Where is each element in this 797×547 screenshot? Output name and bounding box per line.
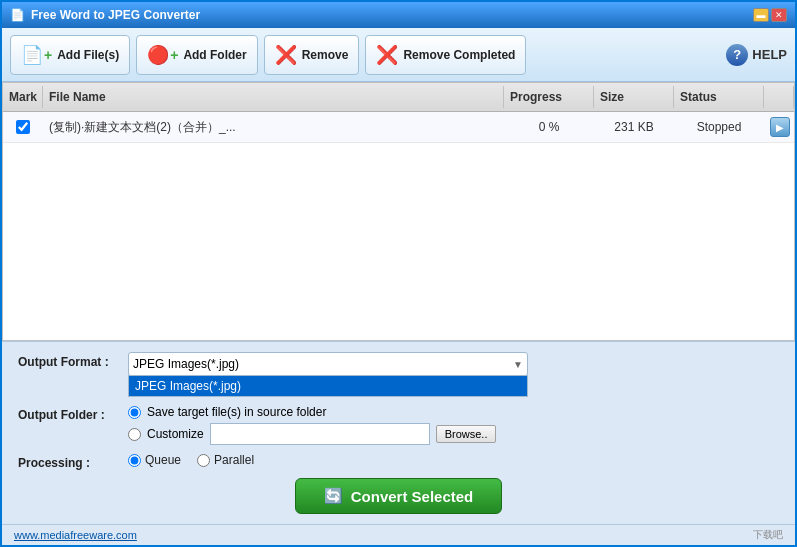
convert-section: 🔄 Convert Selected <box>18 478 779 514</box>
queue-option[interactable]: Queue <box>128 453 181 467</box>
col-action <box>764 86 794 108</box>
table-row: (复制)·新建文本文档(2)（合并）_... 0 % 231 KB Stoppe… <box>3 112 794 143</box>
col-mark: Mark <box>3 86 43 108</box>
output-format-row: Output Format : JPEG Images(*.jpg) ▼ JPE… <box>18 352 779 397</box>
remove-label: Remove <box>302 48 349 62</box>
customize-radio[interactable] <box>128 428 141 441</box>
remove-button[interactable]: ❌ Remove <box>264 35 360 75</box>
customize-label: Customize <box>147 427 204 441</box>
row-filename: (复制)·新建文本文档(2)（合并）_... <box>43 114 504 141</box>
queue-radio[interactable] <box>128 454 141 467</box>
processing-options: Queue Parallel <box>128 453 779 467</box>
remove-icon: ❌ <box>275 44 297 66</box>
output-folder-content: Save target file(s) in source folder Cus… <box>128 405 779 445</box>
row-size: 231 KB <box>594 115 674 139</box>
format-select[interactable]: JPEG Images(*.jpg) ▼ <box>128 352 528 376</box>
footer: www.mediafreeware.com 下载吧 <box>2 524 795 545</box>
save-source-label: Save target file(s) in source folder <box>147 405 326 419</box>
queue-label: Queue <box>145 453 181 467</box>
browse-button[interactable]: Browse.. <box>436 425 497 443</box>
window-title: Free Word to JPEG Converter <box>31 8 200 22</box>
table-header: Mark File Name Progress Size Status <box>3 83 794 112</box>
convert-label: Convert Selected <box>351 488 474 505</box>
output-format-content: JPEG Images(*.jpg) ▼ JPEG Images(*.jpg) <box>128 352 779 397</box>
convert-selected-button[interactable]: 🔄 Convert Selected <box>295 478 503 514</box>
row-action[interactable]: ▶ <box>764 112 794 142</box>
customize-row: Customize Browse.. <box>128 423 779 445</box>
remove-completed-icon: ❌ <box>376 44 398 66</box>
format-select-value: JPEG Images(*.jpg) <box>133 357 239 371</box>
col-size: Size <box>594 86 674 108</box>
parallel-label: Parallel <box>214 453 254 467</box>
add-folder-icon: 🔴 <box>147 44 169 66</box>
row-checkbox[interactable] <box>16 120 30 134</box>
add-files-button[interactable]: 📄 + Add File(s) <box>10 35 130 75</box>
close-button[interactable]: ✕ <box>771 8 787 22</box>
bottom-panel: Output Format : JPEG Images(*.jpg) ▼ JPE… <box>2 341 795 524</box>
app-icon: 📄 <box>10 8 25 22</box>
save-source-row: Save target file(s) in source folder <box>128 405 779 419</box>
main-window: 📄 Free Word to JPEG Converter ▬ ✕ 📄 + Ad… <box>0 0 797 547</box>
help-label: HELP <box>752 47 787 62</box>
col-progress: Progress <box>504 86 594 108</box>
title-bar-left: 📄 Free Word to JPEG Converter <box>10 8 200 22</box>
col-filename: File Name <box>43 86 504 108</box>
table-body: (复制)·新建文本文档(2)（合并）_... 0 % 231 KB Stoppe… <box>3 112 794 340</box>
play-button[interactable]: ▶ <box>770 117 790 137</box>
row-progress: 0 % <box>504 115 594 139</box>
processing-row: Processing : Queue Parallel <box>18 453 779 470</box>
chevron-down-icon: ▼ <box>513 359 523 370</box>
output-folder-label: Output Folder : <box>18 405 128 422</box>
remove-completed-button[interactable]: ❌ Remove Completed <box>365 35 526 75</box>
watermark: 下载吧 <box>753 528 783 542</box>
add-folder-label: Add Folder <box>183 48 246 62</box>
save-source-radio[interactable] <box>128 406 141 419</box>
row-status: Stopped <box>674 115 764 139</box>
help-icon: ? <box>726 44 748 66</box>
file-table: Mark File Name Progress Size Status (复制)… <box>2 82 795 341</box>
processing-content: Queue Parallel <box>128 453 779 467</box>
output-format-label: Output Format : <box>18 352 128 369</box>
row-checkbox-cell[interactable] <box>3 115 43 139</box>
output-folder-row: Output Folder : Save target file(s) in s… <box>18 405 779 445</box>
title-bar: 📄 Free Word to JPEG Converter ▬ ✕ <box>2 2 795 28</box>
format-dropdown[interactable]: JPEG Images(*.jpg) <box>128 375 528 397</box>
website-link[interactable]: www.mediafreeware.com <box>14 529 137 541</box>
add-files-icon: 📄 <box>21 44 43 66</box>
minimize-button[interactable]: ▬ <box>753 8 769 22</box>
parallel-option[interactable]: Parallel <box>197 453 254 467</box>
customize-input[interactable] <box>210 423 430 445</box>
parallel-radio[interactable] <box>197 454 210 467</box>
processing-label: Processing : <box>18 453 128 470</box>
dropdown-item-jpeg[interactable]: JPEG Images(*.jpg) <box>129 376 527 396</box>
add-folder-button[interactable]: 🔴 + Add Folder <box>136 35 258 75</box>
col-status: Status <box>674 86 764 108</box>
remove-completed-label: Remove Completed <box>403 48 515 62</box>
convert-icon: 🔄 <box>324 487 343 505</box>
add-files-label: Add File(s) <box>57 48 119 62</box>
toolbar: 📄 + Add File(s) 🔴 + Add Folder ❌ Remove … <box>2 28 795 82</box>
help-button[interactable]: ? HELP <box>726 44 787 66</box>
title-bar-controls: ▬ ✕ <box>753 8 787 22</box>
